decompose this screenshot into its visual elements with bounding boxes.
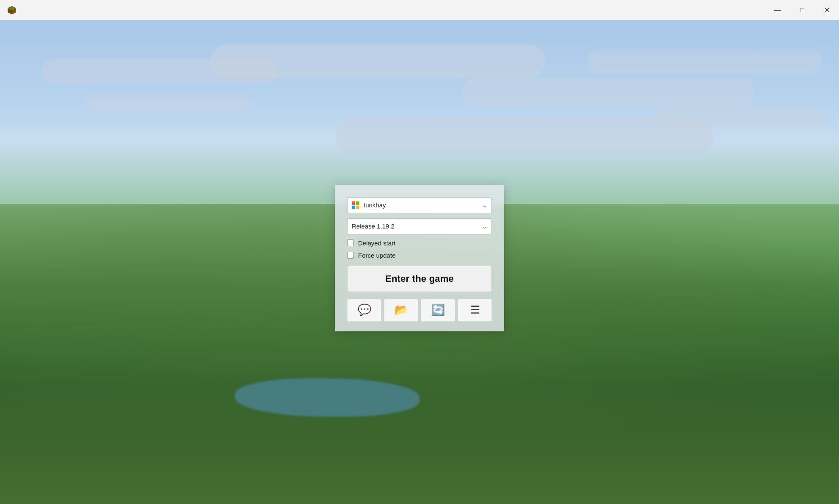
menu-icon: ☰ [470, 303, 480, 317]
toolbar: 💬 📂 🔄 ☰ [347, 298, 492, 321]
titlebar: — □ ✕ [0, 0, 839, 20]
water [235, 378, 420, 417]
version-chevron-icon: ⌄ [482, 223, 487, 229]
cloud [42, 59, 277, 83]
launcher-dialog: turikhay ⌄ Release 1.19.2 ⌄ Delayed star… [335, 185, 504, 331]
folder-button[interactable]: 📂 [384, 298, 418, 321]
close-button[interactable]: ✕ [814, 0, 839, 20]
version-dropdown[interactable]: Release 1.19.2 ⌄ [347, 218, 492, 234]
cloud [336, 117, 713, 156]
maximize-button[interactable]: □ [790, 0, 814, 20]
menu-button[interactable]: ☰ [458, 298, 492, 321]
version-dropdown-value: Release 1.19.2 [352, 223, 395, 230]
cloud [84, 93, 251, 112]
delayed-start-row[interactable]: Delayed start [347, 239, 492, 246]
account-dropdown[interactable]: turikhay ⌄ [347, 197, 492, 213]
account-dropdown-wrap: turikhay ⌄ [347, 197, 492, 213]
folder-icon: 📂 [395, 303, 408, 317]
force-update-label: Force update [358, 251, 395, 259]
delayed-start-checkbox[interactable] [347, 240, 354, 246]
cloud [587, 50, 822, 74]
force-update-checkbox[interactable] [347, 252, 354, 259]
microsoft-logo [352, 201, 359, 209]
version-dropdown-wrap: Release 1.19.2 ⌄ [347, 218, 492, 234]
account-dropdown-value: turikhay [364, 201, 386, 209]
force-update-row[interactable]: Force update [347, 251, 492, 259]
chat-button[interactable]: 💬 [347, 298, 381, 321]
window-controls: — □ ✕ [765, 0, 839, 20]
cloud [461, 78, 755, 107]
refresh-button[interactable]: 🔄 [421, 298, 455, 321]
refresh-icon: 🔄 [431, 303, 445, 317]
app-icon [3, 0, 20, 20]
chat-icon: 💬 [358, 303, 371, 317]
enter-game-button[interactable]: Enter the game [347, 265, 492, 292]
minimize-button[interactable]: — [765, 0, 790, 20]
delayed-start-label: Delayed start [358, 239, 395, 246]
account-chevron-icon: ⌄ [482, 201, 487, 208]
